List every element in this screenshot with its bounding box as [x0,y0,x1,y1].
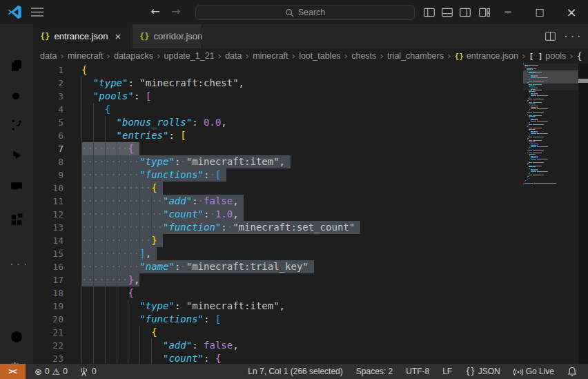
code-line[interactable]: "type": "minecraft:chest", [33,77,544,90]
code-line[interactable]: ··········], [33,247,544,260]
tab-corridor-json[interactable]: {} corridor.json [132,24,202,48]
breadcrumb-item[interactable]: minecraft [68,51,103,61]
ports-button[interactable]: 0 [75,364,100,379]
code-line[interactable]: ··········"functions":·[ [33,168,544,182]
go-live-button[interactable]: Go Live [509,364,558,379]
close-tab-icon[interactable]: × [115,32,121,41]
breadcrumb-label: pools [545,51,566,61]
cursor-position-button[interactable]: Ln 7, Col 1 (266 selected) [244,364,346,379]
toggle-sidebar-icon[interactable] [423,6,435,19]
encoding-button[interactable]: UTF-8 [402,364,433,379]
code-line[interactable]: ········{ [33,142,544,155]
close-window-button[interactable]: × [560,0,583,24]
code-line[interactable]: "type": "minecraft:item", [33,300,544,313]
broadcast-icon [513,367,523,376]
editor-pane[interactable]: 1234567891011121314151617181920212223 { … [33,64,588,364]
minimap-line [541,102,542,103]
minimap-line [531,121,536,122]
breadcrumb-item[interactable]: data [225,51,242,61]
breadcrumb-item[interactable]: minecraft [253,51,288,61]
chevron-right-icon: › [522,50,526,61]
problems-button[interactable]: ⊗ 0 ⚠ 0 [31,364,71,379]
source-control-icon[interactable] [9,117,24,133]
breadcrumb-item[interactable]: [ ]pools [529,51,566,61]
forward-arrow-icon[interactable]: → [167,3,185,21]
eol-button[interactable]: LF [438,364,456,379]
minimap-line [535,91,536,92]
chevron-right-icon: › [447,50,451,61]
command-center-search[interactable]: Search [195,5,415,20]
chevron-right-icon: › [569,50,574,61]
minimap-line [537,133,548,134]
breadcrumb-label: entrance.json [467,51,518,61]
breadcrumb-item[interactable]: trial_chambers [387,51,444,61]
extensions-icon[interactable] [9,212,24,227]
code-line[interactable]: ··············"add":·false, [33,195,544,208]
account-icon[interactable] [9,329,24,344]
breadcrumb-item[interactable]: data [40,51,57,61]
search-sidebar-icon[interactable] [9,90,24,105]
code-line[interactable]: "functions": [ [33,313,544,326]
code-line[interactable]: { [33,103,544,116]
minimap-line [533,137,544,137]
minimap-line [541,90,542,90]
minimize-button[interactable]: ─ [496,0,520,24]
toggle-panel-icon[interactable] [441,6,453,19]
code-line[interactable]: "count": { [33,352,544,364]
notifications-bell-button[interactable] [563,364,581,379]
breadcrumb-item[interactable]: datapacks [114,51,153,61]
minimap-line [535,86,536,86]
remote-indicator-button[interactable]: >< [0,364,26,379]
code-line[interactable]: "entries": [ [33,129,544,142]
minimap-line [535,104,536,104]
back-arrow-icon[interactable]: ← [146,3,164,21]
additional-views-icon[interactable]: ··· [9,259,29,269]
breadcrumb-item[interactable]: {}entrance.json [455,51,518,61]
breadcrumb-item[interactable]: chests [351,51,376,61]
menu-icon[interactable] [30,6,44,18]
minimap-line [541,166,542,166]
code-line[interactable]: ··········"name":·"minecraft:trial_key" [33,260,544,273]
code-line[interactable]: ········}, [33,273,544,286]
minimap-line [535,154,536,155]
minimap-line [531,95,536,96]
toggle-secondary-sidebar-icon[interactable] [459,6,471,19]
remote-explorer-icon[interactable] [9,179,24,195]
minimap-line [537,171,548,172]
minimap-line [531,159,536,159]
chevron-right-icon: › [157,50,161,61]
minimap-line [529,65,538,66]
maximize-button[interactable]: □ [528,0,551,24]
code-line[interactable]: "bonus_rolls": 0.0, [33,116,544,129]
scrollbar-track[interactable] [578,64,588,364]
run-debug-icon[interactable] [9,148,24,163]
language-mode-button[interactable]: {} JSON [461,364,504,379]
minimap-line [537,146,548,147]
code-line[interactable]: "add": false, [33,339,544,352]
minimap-line [537,77,548,78]
split-editor-icon[interactable] [545,30,556,42]
code-line[interactable]: { [33,64,544,77]
code-line[interactable]: ············{ [33,182,544,195]
customize-layout-icon[interactable] [478,6,491,19]
minimap-line [531,77,536,78]
chevron-right-icon: › [60,50,64,61]
tab-entrance-json[interactable]: {} entrance.json × [33,24,131,48]
code-line[interactable]: { [33,286,544,300]
code-line[interactable]: ··············"count":·1.0, [33,208,544,221]
explorer-icon[interactable] [9,58,24,73]
code-line[interactable]: "pools": [ [33,90,544,103]
code-line[interactable]: ············} [33,234,544,247]
search-placeholder: Search [298,8,326,17]
more-actions-icon[interactable]: ··· [563,31,582,42]
breadcrumb-item[interactable]: { [577,51,582,61]
minimap-line [529,178,529,179]
indentation-button[interactable]: Spaces: 2 [352,364,397,379]
minimap-line [533,99,544,99]
code-line[interactable]: { [33,326,544,339]
code-line[interactable]: ··············"function":·"minecraft:set… [33,221,544,234]
code-line[interactable]: ··········"type":·"minecraft:item", [33,155,544,168]
breadcrumb-item[interactable]: update_1_21 [164,51,215,61]
breadcrumb-item[interactable]: loot_tables [299,51,340,61]
minimap[interactable] [523,64,578,364]
